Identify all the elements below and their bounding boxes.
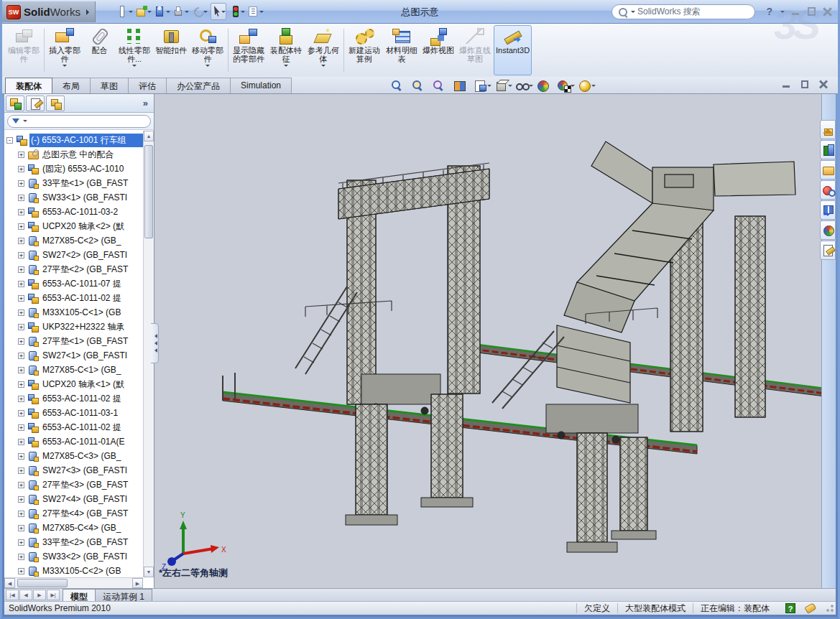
expand-toggle[interactable]: + xyxy=(18,324,24,330)
view-tool-button[interactable] xyxy=(411,79,430,92)
search-box[interactable]: SolidWorks 搜索 xyxy=(611,4,755,19)
view-tool-button[interactable] xyxy=(578,79,596,92)
help-button[interactable]: ? xyxy=(766,6,772,17)
tree-item[interactable]: + 27平垫<2> (GB_FAST xyxy=(4,262,143,276)
tree-horizontal-scrollbar[interactable]: ◀ ▶ xyxy=(4,577,143,588)
expand-toggle[interactable]: + xyxy=(18,209,24,215)
dropdown-arrow-icon[interactable] xyxy=(591,79,596,92)
expand-toggle[interactable]: + xyxy=(18,223,24,230)
view-tool-button[interactable] xyxy=(474,79,492,92)
expand-toggle[interactable]: + xyxy=(18,539,24,546)
task-pane-tab[interactable] xyxy=(820,120,836,139)
document-minimize-button[interactable] xyxy=(782,80,790,88)
expand-toggle[interactable]: + xyxy=(18,152,24,158)
panel-tab[interactable] xyxy=(26,96,45,111)
task-pane-tab[interactable] xyxy=(820,220,836,240)
panel-tab[interactable] xyxy=(46,96,65,111)
tree-item[interactable]: + UCPX20 轴承<2> (默 xyxy=(4,219,143,233)
expand-toggle[interactable]: + xyxy=(18,295,24,302)
left-crane-tower[interactable] xyxy=(338,163,489,404)
quick-tips-icon[interactable]: ? xyxy=(785,603,795,613)
expand-toggle[interactable]: + xyxy=(18,381,24,388)
panel-splitter-handle[interactable] xyxy=(151,323,159,363)
ribbon-button[interactable]: 新建运动算例 xyxy=(346,25,383,75)
expand-toggle[interactable]: + xyxy=(18,439,24,445)
expand-toggle[interactable]: + xyxy=(18,424,24,431)
ribbon-button[interactable]: 插入零部件 xyxy=(46,25,83,75)
ribbon-button[interactable]: 移动零部件 xyxy=(189,25,226,75)
expand-toggle[interactable]: + xyxy=(18,353,24,359)
ribbon-button[interactable]: 爆炸视图 xyxy=(420,25,456,75)
expand-toggle[interactable]: + xyxy=(18,166,24,172)
tree-item[interactable]: + 33平垫<1> (GB_FAST xyxy=(4,176,143,190)
expand-toggle[interactable]: + xyxy=(18,482,24,488)
tree-item[interactable]: + 27平垫<4> (GB_FAST xyxy=(4,506,143,521)
tag-icon[interactable] xyxy=(804,603,816,613)
dropdown-arrow-icon[interactable] xyxy=(63,65,67,69)
tree-item[interactable]: + M33X105-C<1> (GB xyxy=(4,305,143,320)
task-pane-tab[interactable] xyxy=(820,180,836,200)
tree-item[interactable]: + 6553-AC-1011-03-1 xyxy=(4,406,143,420)
expand-toggle[interactable]: + xyxy=(18,396,24,402)
search-dropdown-arrow-icon[interactable] xyxy=(631,11,635,15)
tree-item[interactable]: + M27X85-C<3> (GB_ xyxy=(4,449,143,463)
view-tool-button[interactable] xyxy=(390,79,409,92)
expand-toggle[interactable]: + xyxy=(18,195,24,201)
ribbon-button[interactable]: 材料明细表 xyxy=(383,25,420,75)
dropdown-arrow-icon[interactable] xyxy=(487,79,492,92)
ribbon-button[interactable]: 线性零部件... xyxy=(116,25,153,75)
dropdown-arrow-icon[interactable] xyxy=(321,65,326,69)
task-pane-tab[interactable] xyxy=(820,160,836,180)
dropdown-arrow-icon[interactable] xyxy=(550,79,555,92)
view-tool-button[interactable] xyxy=(557,79,576,92)
dropdown-arrow-icon[interactable] xyxy=(284,65,288,69)
expand-toggle[interactable]: + xyxy=(18,252,24,259)
resize-grip[interactable] xyxy=(825,604,834,613)
filter-dropdown-arrow-icon[interactable] xyxy=(23,120,27,124)
command-tab[interactable]: 装配体 xyxy=(5,78,52,93)
command-tab[interactable]: 评估 xyxy=(128,78,167,93)
tree-item[interactable]: + SW33<1> (GB_FASTI xyxy=(4,190,143,205)
scroll-up-arrow[interactable]: ▲ xyxy=(144,131,154,141)
view-tool-button[interactable] xyxy=(536,79,555,92)
gantry-crane-model[interactable]: Y X Z xyxy=(154,94,826,588)
model-tab[interactable]: 模型 xyxy=(63,589,96,601)
graphics-viewport[interactable]: Y X Z *左右二等角轴测 xyxy=(154,94,826,588)
ribbon-button[interactable]: 爆炸直线草图 xyxy=(456,25,494,75)
command-tab[interactable]: 布局 xyxy=(52,78,91,93)
tree-item[interactable]: + 6553-AC-1011-02 提 xyxy=(4,291,143,305)
expand-toggle[interactable]: + xyxy=(18,525,24,531)
task-pane-tab[interactable] xyxy=(820,140,836,159)
expand-toggle[interactable]: + xyxy=(18,410,24,416)
expand-toggle[interactable]: - xyxy=(6,137,13,144)
tree-item[interactable]: + SW27<1> (GB_FASTI xyxy=(4,348,143,363)
tree-item[interactable]: + UCPX20 轴承<1> (默 xyxy=(4,377,143,391)
expand-toggle[interactable]: + xyxy=(18,281,24,287)
tree-item[interactable]: - (-) 6553-AC-1001 行车组 xyxy=(4,133,143,147)
tree-item[interactable]: + 6553-AC-1011-07 提 xyxy=(4,276,143,291)
document-restore-button[interactable] xyxy=(800,80,809,88)
tree-item[interactable]: + 6553-AC-1011-02 提 xyxy=(4,420,143,434)
ribbon-button[interactable]: 装配体特征 xyxy=(267,25,305,75)
tree-item[interactable]: + M27X85-C<4> (GB_ xyxy=(4,521,143,535)
tree-item[interactable]: + 总图示意 中的配合 xyxy=(4,147,143,162)
tree-item[interactable]: + SW27<4> (GB_FASTI xyxy=(4,492,143,506)
tree-item[interactable]: + UKP322+H2322 轴承 xyxy=(4,320,143,334)
tree-item[interactable]: + (固定) 6553-AC-1010 xyxy=(4,162,143,176)
tree-item[interactable]: + 6553-AC-1011-01A(E xyxy=(4,434,143,449)
tab-nav-button[interactable]: |◀ xyxy=(6,590,19,600)
ribbon-button[interactable]: 参考几何体 xyxy=(305,25,342,75)
view-tool-button[interactable] xyxy=(453,79,471,92)
expand-toggle[interactable]: + xyxy=(18,511,24,517)
task-pane-tab[interactable] xyxy=(820,241,836,260)
rear-rail-beam[interactable] xyxy=(455,342,825,396)
expand-toggle[interactable]: + xyxy=(18,180,24,187)
expand-toggle[interactable]: + xyxy=(18,238,24,244)
expand-toggle[interactable]: + xyxy=(18,453,24,460)
document-close-button[interactable] xyxy=(819,80,828,88)
ribbon-button[interactable]: 配合 xyxy=(83,25,116,75)
view-tool-button[interactable] xyxy=(432,79,451,92)
tree-item[interactable]: + M33X105-C<2> (GB xyxy=(4,564,143,577)
panel-tab[interactable] xyxy=(6,96,24,111)
command-tab[interactable]: 办公室产品 xyxy=(166,78,231,93)
